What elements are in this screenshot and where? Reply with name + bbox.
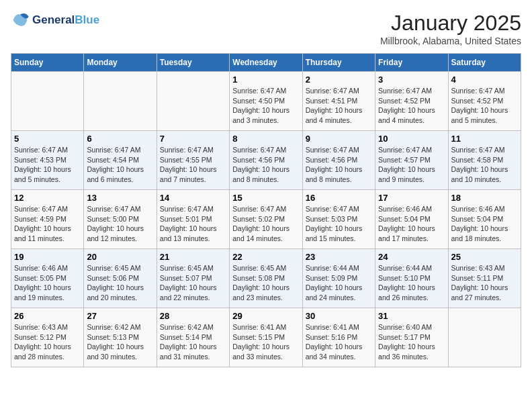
day-number: 25 <box>451 252 518 262</box>
day-number: 8 <box>232 134 299 144</box>
day-info: Sunrise: 6:47 AM Sunset: 5:03 PM Dayligh… <box>306 204 372 244</box>
day-info: Sunrise: 6:47 AM Sunset: 4:50 PM Dayligh… <box>232 86 299 126</box>
calendar-header-row: SundayMondayTuesdayWednesdayThursdayFrid… <box>11 54 521 72</box>
calendar-cell: 8Sunrise: 6:47 AM Sunset: 4:56 PM Daylig… <box>230 131 302 190</box>
day-info: Sunrise: 6:42 AM Sunset: 5:14 PM Dayligh… <box>160 322 226 362</box>
day-info: Sunrise: 6:41 AM Sunset: 5:16 PM Dayligh… <box>306 322 372 362</box>
day-of-week-header: Sunday <box>11 54 84 72</box>
day-of-week-header: Wednesday <box>230 54 302 72</box>
calendar-cell: 15Sunrise: 6:47 AM Sunset: 5:02 PM Dayli… <box>230 190 302 249</box>
calendar-cell: 18Sunrise: 6:46 AM Sunset: 5:04 PM Dayli… <box>448 190 521 249</box>
day-info: Sunrise: 6:41 AM Sunset: 5:15 PM Dayligh… <box>232 322 299 362</box>
day-number: 6 <box>87 134 153 144</box>
day-number: 26 <box>14 311 81 321</box>
calendar-cell: 9Sunrise: 6:47 AM Sunset: 4:56 PM Daylig… <box>302 131 375 190</box>
title-block: January 2025 Millbrook, Alabama, United … <box>380 11 521 46</box>
calendar-cell: 2Sunrise: 6:47 AM Sunset: 4:51 PM Daylig… <box>302 72 375 131</box>
calendar-cell: 5Sunrise: 6:47 AM Sunset: 4:53 PM Daylig… <box>11 131 84 190</box>
day-number: 21 <box>160 252 226 262</box>
calendar-cell: 16Sunrise: 6:47 AM Sunset: 5:03 PM Dayli… <box>302 190 375 249</box>
logo-icon <box>11 11 30 30</box>
day-number: 23 <box>306 252 372 262</box>
day-info: Sunrise: 6:43 AM Sunset: 5:11 PM Dayligh… <box>451 263 518 303</box>
day-info: Sunrise: 6:47 AM Sunset: 4:56 PM Dayligh… <box>306 145 372 185</box>
calendar-cell: 10Sunrise: 6:47 AM Sunset: 4:57 PM Dayli… <box>375 131 448 190</box>
day-number: 2 <box>306 75 372 85</box>
day-info: Sunrise: 6:47 AM Sunset: 5:02 PM Dayligh… <box>232 204 299 244</box>
calendar-cell: 24Sunrise: 6:44 AM Sunset: 5:10 PM Dayli… <box>375 249 448 308</box>
day-info: Sunrise: 6:40 AM Sunset: 5:17 PM Dayligh… <box>378 322 445 362</box>
day-number: 11 <box>451 134 518 144</box>
calendar-cell: 20Sunrise: 6:45 AM Sunset: 5:06 PM Dayli… <box>84 249 157 308</box>
day-number: 22 <box>232 252 299 262</box>
day-number: 3 <box>378 75 445 85</box>
day-of-week-header: Tuesday <box>157 54 229 72</box>
day-number: 10 <box>378 134 445 144</box>
day-info: Sunrise: 6:47 AM Sunset: 4:52 PM Dayligh… <box>378 86 445 126</box>
day-info: Sunrise: 6:45 AM Sunset: 5:08 PM Dayligh… <box>232 263 299 303</box>
page-header: GeneralBlue January 2025 Millbrook, Alab… <box>11 11 521 46</box>
day-number: 7 <box>160 134 226 144</box>
day-info: Sunrise: 6:42 AM Sunset: 5:13 PM Dayligh… <box>87 322 153 362</box>
calendar-cell <box>84 72 157 131</box>
day-info: Sunrise: 6:47 AM Sunset: 4:56 PM Dayligh… <box>232 145 299 185</box>
day-number: 31 <box>378 311 445 321</box>
day-number: 14 <box>160 193 226 203</box>
calendar-cell: 23Sunrise: 6:44 AM Sunset: 5:09 PM Dayli… <box>302 249 375 308</box>
day-info: Sunrise: 6:47 AM Sunset: 4:55 PM Dayligh… <box>160 145 226 185</box>
logo-text: GeneralBlue <box>32 13 99 27</box>
day-info: Sunrise: 6:47 AM Sunset: 5:00 PM Dayligh… <box>87 204 153 244</box>
day-info: Sunrise: 6:47 AM Sunset: 4:54 PM Dayligh… <box>87 145 153 185</box>
month-title: January 2025 <box>380 11 521 36</box>
day-number: 12 <box>14 193 81 203</box>
day-of-week-header: Saturday <box>448 54 521 72</box>
day-number: 4 <box>451 75 518 85</box>
day-info: Sunrise: 6:47 AM Sunset: 4:52 PM Dayligh… <box>451 86 518 126</box>
calendar-cell: 3Sunrise: 6:47 AM Sunset: 4:52 PM Daylig… <box>375 72 448 131</box>
calendar-week-row: 26Sunrise: 6:43 AM Sunset: 5:12 PM Dayli… <box>11 308 521 367</box>
day-info: Sunrise: 6:45 AM Sunset: 5:06 PM Dayligh… <box>87 263 153 303</box>
day-of-week-header: Friday <box>375 54 448 72</box>
calendar-cell: 21Sunrise: 6:45 AM Sunset: 5:07 PM Dayli… <box>157 249 229 308</box>
calendar-cell: 6Sunrise: 6:47 AM Sunset: 4:54 PM Daylig… <box>84 131 157 190</box>
day-of-week-header: Thursday <box>302 54 375 72</box>
day-number: 29 <box>232 311 299 321</box>
calendar-table: SundayMondayTuesdayWednesdayThursdayFrid… <box>11 53 521 367</box>
day-number: 1 <box>232 75 299 85</box>
day-number: 30 <box>306 311 372 321</box>
day-info: Sunrise: 6:44 AM Sunset: 5:09 PM Dayligh… <box>306 263 372 303</box>
day-number: 20 <box>87 252 153 262</box>
calendar-cell: 19Sunrise: 6:46 AM Sunset: 5:05 PM Dayli… <box>11 249 84 308</box>
day-number: 27 <box>87 311 153 321</box>
calendar-cell: 22Sunrise: 6:45 AM Sunset: 5:08 PM Dayli… <box>230 249 302 308</box>
calendar-cell: 17Sunrise: 6:46 AM Sunset: 5:04 PM Dayli… <box>375 190 448 249</box>
calendar-week-row: 12Sunrise: 6:47 AM Sunset: 4:59 PM Dayli… <box>11 190 521 249</box>
day-info: Sunrise: 6:47 AM Sunset: 5:01 PM Dayligh… <box>160 204 226 244</box>
day-number: 15 <box>232 193 299 203</box>
calendar-cell: 7Sunrise: 6:47 AM Sunset: 4:55 PM Daylig… <box>157 131 229 190</box>
calendar-cell: 28Sunrise: 6:42 AM Sunset: 5:14 PM Dayli… <box>157 308 229 367</box>
day-number: 24 <box>378 252 445 262</box>
day-info: Sunrise: 6:47 AM Sunset: 4:57 PM Dayligh… <box>378 145 445 185</box>
calendar-cell <box>157 72 229 131</box>
day-number: 18 <box>451 193 518 203</box>
day-number: 5 <box>14 134 81 144</box>
day-info: Sunrise: 6:47 AM Sunset: 4:51 PM Dayligh… <box>306 86 372 126</box>
day-info: Sunrise: 6:45 AM Sunset: 5:07 PM Dayligh… <box>160 263 226 303</box>
day-info: Sunrise: 6:47 AM Sunset: 4:53 PM Dayligh… <box>14 145 81 185</box>
day-number: 19 <box>14 252 81 262</box>
location-subtitle: Millbrook, Alabama, United States <box>380 36 521 46</box>
calendar-cell: 4Sunrise: 6:47 AM Sunset: 4:52 PM Daylig… <box>448 72 521 131</box>
calendar-cell: 13Sunrise: 6:47 AM Sunset: 5:00 PM Dayli… <box>84 190 157 249</box>
day-info: Sunrise: 6:46 AM Sunset: 5:05 PM Dayligh… <box>14 263 81 303</box>
calendar-week-row: 1Sunrise: 6:47 AM Sunset: 4:50 PM Daylig… <box>11 72 521 131</box>
day-info: Sunrise: 6:44 AM Sunset: 5:10 PM Dayligh… <box>378 263 445 303</box>
calendar-week-row: 19Sunrise: 6:46 AM Sunset: 5:05 PM Dayli… <box>11 249 521 308</box>
day-of-week-header: Monday <box>84 54 157 72</box>
day-number: 16 <box>306 193 372 203</box>
calendar-cell: 30Sunrise: 6:41 AM Sunset: 5:16 PM Dayli… <box>302 308 375 367</box>
calendar-cell: 31Sunrise: 6:40 AM Sunset: 5:17 PM Dayli… <box>375 308 448 367</box>
calendar-cell <box>448 308 521 367</box>
day-info: Sunrise: 6:47 AM Sunset: 4:58 PM Dayligh… <box>451 145 518 185</box>
calendar-cell: 1Sunrise: 6:47 AM Sunset: 4:50 PM Daylig… <box>230 72 302 131</box>
